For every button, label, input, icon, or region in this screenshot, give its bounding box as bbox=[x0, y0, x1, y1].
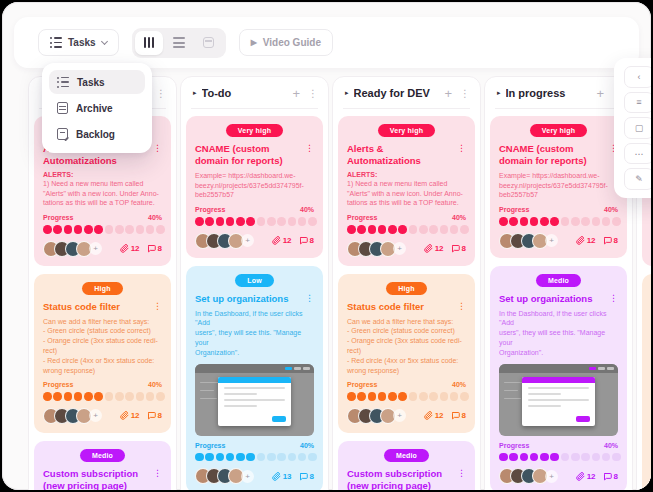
panel-button[interactable]: ≡ bbox=[624, 92, 651, 114]
columns-view-button[interactable] bbox=[135, 31, 163, 55]
column-header: ▸ In progress + ⋮ bbox=[489, 81, 628, 103]
add-assignee-button[interactable]: + bbox=[89, 409, 102, 422]
play-icon: ▶ bbox=[251, 38, 257, 47]
progress-dot bbox=[94, 392, 103, 401]
task-card[interactable]: Medio Set up organizations ⋮ In the Dash… bbox=[490, 266, 627, 490]
column-menu-button[interactable]: ⋮ bbox=[308, 88, 318, 99]
card-menu-button[interactable]: ⋮ bbox=[457, 301, 466, 311]
task-card[interactable]: Low Set up organizations ⋮ In the Dashbo… bbox=[186, 266, 323, 490]
menu-item-tasks[interactable]: Tasks bbox=[49, 70, 145, 94]
card-menu-button[interactable]: ⋮ bbox=[153, 468, 162, 478]
comments-count-chip[interactable]: 8 bbox=[299, 472, 314, 481]
links-count-chip[interactable]: 12 bbox=[576, 472, 596, 481]
add-assignee-button[interactable]: + bbox=[393, 242, 406, 255]
progress-dot bbox=[450, 392, 459, 401]
add-card-button[interactable]: + bbox=[596, 87, 604, 100]
progress-dot bbox=[499, 453, 508, 462]
progress-dot bbox=[205, 217, 214, 226]
progress-dot bbox=[540, 453, 549, 462]
card-menu-button[interactable]: ⋮ bbox=[457, 143, 466, 153]
collapse-caret-icon[interactable]: ▸ bbox=[345, 89, 349, 97]
progress-dot bbox=[136, 392, 145, 401]
task-card[interactable]: Medio Custom subscription (new pricing p… bbox=[34, 441, 171, 490]
add-assignee-button[interactable]: + bbox=[545, 470, 558, 483]
progress-dot bbox=[298, 453, 307, 462]
progress-dot bbox=[440, 225, 449, 234]
task-card[interactable]: High Status code filter ⋮ Can we add a f… bbox=[34, 274, 171, 433]
comments-count-chip[interactable]: 8 bbox=[451, 244, 466, 253]
add-assignee-button[interactable]: + bbox=[393, 409, 406, 422]
links-count-chip[interactable]: 12 bbox=[576, 236, 596, 245]
links-count-chip[interactable]: 12 bbox=[424, 244, 444, 253]
card-description: 1) Need a new menu item called "Alerts" … bbox=[347, 179, 466, 208]
progress-dot bbox=[74, 392, 83, 401]
kanban-column: ▸ To-do + ⋮ Very high CNAME (custom doma… bbox=[180, 76, 329, 490]
divider bbox=[495, 108, 622, 109]
collapse-caret-icon[interactable]: ▸ bbox=[193, 89, 197, 97]
panel-button[interactable]: ⋯ bbox=[624, 143, 651, 165]
add-card-button[interactable]: + bbox=[444, 87, 452, 100]
progress-dot bbox=[419, 392, 428, 401]
add-assignee-button[interactable]: + bbox=[89, 242, 102, 255]
task-card[interactable]: High Status code filter ⋮ Can we add a f… bbox=[338, 274, 475, 433]
panel-button[interactable]: ✎ bbox=[624, 168, 651, 190]
card-title: CNAME (custom domain for reports) bbox=[195, 143, 301, 167]
card-menu-button[interactable]: ⋮ bbox=[305, 293, 314, 303]
task-card[interactable]: Very high Alerts & Automatizations ⋮ ALE… bbox=[338, 116, 475, 266]
links-count-chip[interactable]: 12 bbox=[424, 411, 444, 420]
progress-dot bbox=[571, 453, 580, 462]
add-assignee-button[interactable]: + bbox=[241, 234, 254, 247]
progress-dots bbox=[499, 217, 618, 226]
links-count-chip[interactable]: 12 bbox=[120, 244, 140, 253]
column-menu-button[interactable]: ⋮ bbox=[460, 88, 470, 99]
calendar-view-button[interactable] bbox=[195, 31, 223, 55]
links-count-chip[interactable]: 13 bbox=[272, 472, 292, 481]
collapse-caret-icon[interactable]: ▸ bbox=[497, 89, 501, 97]
paperclip-icon bbox=[424, 411, 433, 420]
add-card-button[interactable]: + bbox=[292, 87, 300, 100]
card-description: In the Dashboard, if the user clicks "Ad… bbox=[195, 309, 314, 358]
task-card[interactable]: Very high CNAME (custom domain for repor… bbox=[490, 116, 627, 258]
task-card[interactable]: High Set up organizations ⋮ In the Dashb… bbox=[642, 274, 651, 490]
progress-dot bbox=[64, 392, 73, 401]
column-menu-button[interactable]: ⋮ bbox=[156, 88, 166, 99]
paperclip-icon bbox=[272, 472, 281, 481]
list-view-button[interactable] bbox=[165, 31, 193, 55]
card-title: Set up organizations bbox=[195, 293, 301, 305]
video-guide-button[interactable]: ▶ Video Guide bbox=[239, 29, 333, 56]
task-card[interactable]: Medio Custom subscription (new pricing p… bbox=[338, 441, 475, 490]
comments-count-chip[interactable]: 8 bbox=[147, 411, 162, 420]
comments-count-chip[interactable]: 8 bbox=[603, 236, 618, 245]
progress-dot bbox=[581, 217, 590, 226]
list-view-icon bbox=[173, 37, 185, 48]
task-card[interactable]: Very high CNAME (custom domain for repor… bbox=[186, 116, 323, 258]
menu-item-archive[interactable]: Archive bbox=[49, 96, 145, 120]
columns-view-icon bbox=[144, 37, 154, 48]
panel-button[interactable]: ‹ bbox=[624, 66, 651, 88]
panel-button[interactable]: ▢ bbox=[624, 117, 651, 139]
card-menu-button[interactable]: ⋮ bbox=[457, 468, 466, 478]
add-assignee-button[interactable]: + bbox=[545, 234, 558, 247]
card-menu-button[interactable]: ⋮ bbox=[609, 293, 618, 303]
card-menu-button[interactable]: ⋮ bbox=[153, 143, 162, 153]
progress-dot bbox=[499, 217, 508, 226]
progress-dot bbox=[347, 225, 356, 234]
add-assignee-button[interactable]: + bbox=[241, 470, 254, 483]
progress-dot bbox=[357, 392, 366, 401]
comments-count-chip[interactable]: 8 bbox=[147, 244, 162, 253]
progress-dot bbox=[277, 217, 286, 226]
comments-count-chip[interactable]: 8 bbox=[603, 472, 618, 481]
tasks-dropdown-button[interactable]: Tasks bbox=[38, 29, 119, 56]
links-count-chip[interactable]: 12 bbox=[272, 236, 292, 245]
paperclip-icon bbox=[120, 244, 129, 253]
column-header: ▸ Ready for DEV + ⋮ bbox=[337, 81, 476, 103]
priority-badge: Very high bbox=[378, 124, 435, 137]
comments-count-chip[interactable]: 8 bbox=[451, 411, 466, 420]
menu-item-backlog[interactable]: Backlog bbox=[49, 122, 145, 146]
links-count-chip[interactable]: 12 bbox=[120, 411, 140, 420]
card-menu-button[interactable]: ⋮ bbox=[305, 143, 314, 153]
card-menu-button[interactable]: ⋮ bbox=[153, 301, 162, 311]
progress-dot bbox=[115, 225, 124, 234]
progress-dots bbox=[347, 392, 466, 401]
comments-count-chip[interactable]: 8 bbox=[299, 236, 314, 245]
